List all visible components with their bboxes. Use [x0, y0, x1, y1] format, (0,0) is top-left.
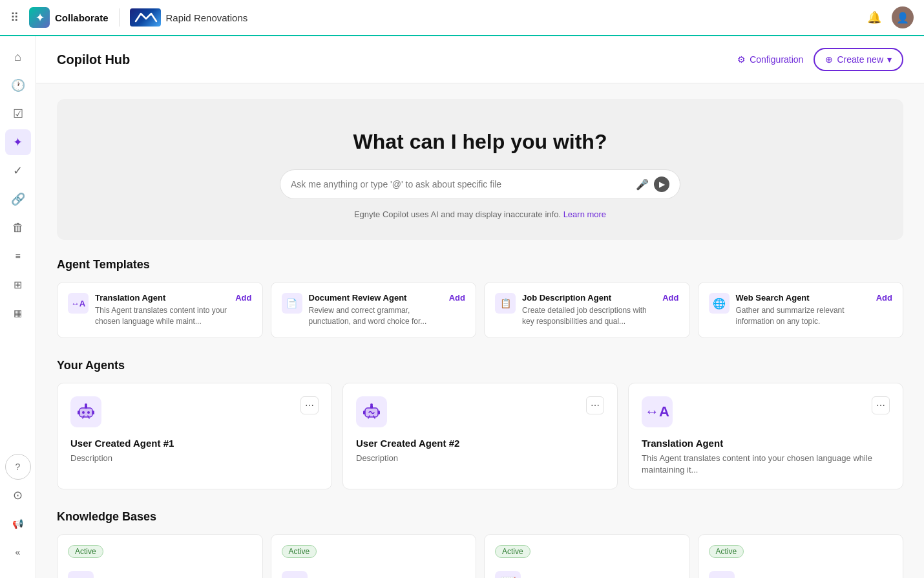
template-card-header: 🌐 Web Search Agent Gather and summarize … [709, 293, 893, 327]
kb-status-badge-1: Active [68, 545, 103, 558]
sidebar-item-grid[interactable]: ⊞ [5, 272, 31, 297]
knowledge-bases-title: Knowledge Bases [57, 510, 903, 524]
search-icons: 🎤 ▶ [636, 177, 669, 192]
navbar: ⠿ ✦ Collaborate Rapid Renovations 🔔 👤 [0, 0, 924, 36]
kb-status-badge-4: Active [709, 545, 744, 558]
agent-icon-1 [70, 396, 101, 427]
brand: ✦ Collaborate [29, 7, 109, 28]
kb-icon-2: 📁 [282, 571, 308, 578]
agent-templates-section: Agent Templates ↔A Translation Agent Thi… [57, 258, 903, 338]
agent-card-3: ↔A ⋯ Translation Agent This Agent transl… [628, 383, 903, 489]
kb-card-3: Active 📈 [484, 534, 690, 578]
svg-point-11 [370, 403, 373, 406]
sidebar-item-lines[interactable]: ≡ [5, 243, 31, 269]
sidebar: ⌂ 🕐 ☑ ✦ ✓ 🔗 🗑 ≡ ⊞ ▦ ? ⊙ 📢 « [0, 36, 36, 578]
page-header: Copilot Hub ⚙ Configuration ⊕ Create new… [36, 36, 924, 83]
plus-icon: ⊕ [825, 54, 833, 65]
page-title: Copilot Hub [57, 52, 130, 67]
agent-desc-1: Description [70, 453, 319, 464]
agent-card-2: ⋯ User Created Agent #2 Description [342, 383, 618, 489]
send-icon[interactable]: ▶ [654, 177, 669, 192]
template-add-btn-web-search[interactable]: Add [876, 293, 892, 303]
sidebar-item-home[interactable]: ⌂ [5, 44, 31, 70]
template-desc: Review and correct grammar, punctuation,… [309, 305, 443, 327]
your-agents-section: Your Agents [57, 359, 903, 489]
agent-card-header-2: ⋯ [356, 396, 604, 427]
svg-rect-12 [363, 411, 365, 414]
sidebar-item-settings[interactable]: ⊙ [5, 482, 31, 508]
agent-name-1: User Created Agent #1 [70, 438, 319, 449]
agent-name-2: User Created Agent #2 [356, 438, 604, 449]
agent-name-3: Translation Agent [642, 438, 890, 449]
bell-icon[interactable]: 🔔 [867, 10, 881, 25]
template-add-btn-job-desc[interactable]: Add [662, 293, 678, 303]
disclaimer-text: Egnyte Copilot uses AI and may display i… [354, 209, 561, 219]
avatar[interactable]: 👤 [892, 6, 914, 28]
app-logo-img [130, 8, 161, 27]
agent-desc-2: Description [356, 453, 604, 464]
sidebar-bottom: ? ⊙ 📢 « [5, 454, 31, 570]
svg-point-2 [82, 411, 85, 414]
kb-status-badge-2: Active [282, 545, 317, 558]
sidebar-item-recent[interactable]: 🕐 [5, 72, 31, 98]
agent-templates-title: Agent Templates [57, 258, 903, 272]
sidebar-item-dashboard[interactable]: ▦ [5, 300, 31, 326]
config-label: Configuration [750, 54, 803, 65]
learn-more-link[interactable]: Learn more [563, 209, 606, 219]
sidebar-item-copilot[interactable]: ✦ [5, 129, 31, 155]
template-card-header: 📄 Document Review Agent Review and corre… [282, 293, 466, 327]
agent-menu-button-3[interactable]: ⋯ [872, 396, 890, 414]
brand-icon: ✦ [29, 7, 50, 28]
agent-card-header-1: ⋯ [70, 396, 319, 427]
template-add-btn-doc-review[interactable]: Add [449, 293, 465, 303]
mic-icon[interactable]: 🎤 [636, 178, 649, 191]
kb-icon-1: 📁 [68, 571, 94, 578]
create-new-button[interactable]: ⊕ Create new ▾ [814, 48, 903, 71]
agent-icon-3: ↔A [642, 396, 673, 427]
kb-card-2: Active 📁 [271, 534, 477, 578]
sidebar-item-checklist[interactable]: ✓ [5, 158, 31, 184]
template-icon-doc-review: 📄 [282, 293, 302, 314]
template-add-btn-translation[interactable]: Add [235, 293, 251, 303]
template-info-doc-review: Document Review Agent Review and correct… [309, 293, 443, 327]
kb-status-badge-3: Active [495, 545, 530, 558]
sidebar-item-help[interactable]: ? [5, 454, 31, 480]
sidebar-item-announcements[interactable]: 📢 [5, 511, 31, 537]
sidebar-item-trash[interactable]: 🗑 [5, 215, 31, 241]
your-agents-title: Your Agents [57, 359, 903, 372]
template-name: Web Search Agent [736, 293, 870, 303]
template-info-translation: Translation Agent This Agent translates … [95, 293, 229, 327]
hero-title: What can I help you with? [78, 130, 883, 154]
template-card-job-desc: 📋 Job Description Agent Create detailed … [484, 282, 690, 338]
templates-grid: ↔A Translation Agent This Agent translat… [57, 282, 903, 338]
svg-rect-6 [78, 411, 79, 414]
sidebar-item-links[interactable]: 🔗 [5, 186, 31, 212]
grid-icon[interactable]: ⠿ [10, 10, 19, 25]
svg-point-5 [85, 403, 87, 406]
template-card-header: 📋 Job Description Agent Create detailed … [495, 293, 679, 327]
svg-rect-0 [79, 408, 92, 417]
navbar-divider [119, 8, 120, 27]
agent-icon-2 [356, 396, 387, 427]
app-logo: Rapid Renovations [130, 8, 248, 27]
template-icon-translation: ↔A [68, 293, 89, 314]
page-body: What can I help you with? 🎤 ▶ Egnyte Cop… [36, 83, 924, 578]
svg-point-3 [87, 411, 90, 414]
template-name: Document Review Agent [309, 293, 443, 303]
hero-search-box: 🎤 ▶ [280, 169, 680, 199]
search-input[interactable] [291, 179, 631, 189]
sidebar-item-tasks[interactable]: ☑ [5, 101, 31, 127]
hero-section: What can I help you with? 🎤 ▶ Egnyte Cop… [57, 99, 903, 240]
svg-rect-7 [92, 411, 94, 414]
template-icon-job-desc: 📋 [495, 293, 516, 314]
template-card-header: ↔A Translation Agent This Agent translat… [68, 293, 252, 327]
app-name: Rapid Renovations [166, 12, 248, 23]
template-desc: This Agent translates content into your … [95, 305, 229, 327]
configuration-button[interactable]: ⚙ Configuration [727, 49, 814, 70]
agent-menu-button-1[interactable]: ⋯ [300, 396, 319, 414]
agent-menu-button-2[interactable]: ⋯ [586, 396, 604, 414]
chevron-down-icon: ▾ [887, 54, 892, 65]
template-name: Translation Agent [95, 293, 229, 303]
agents-grid: ⋯ User Created Agent #1 Description [57, 383, 903, 489]
sidebar-collapse-button[interactable]: « [5, 539, 31, 565]
